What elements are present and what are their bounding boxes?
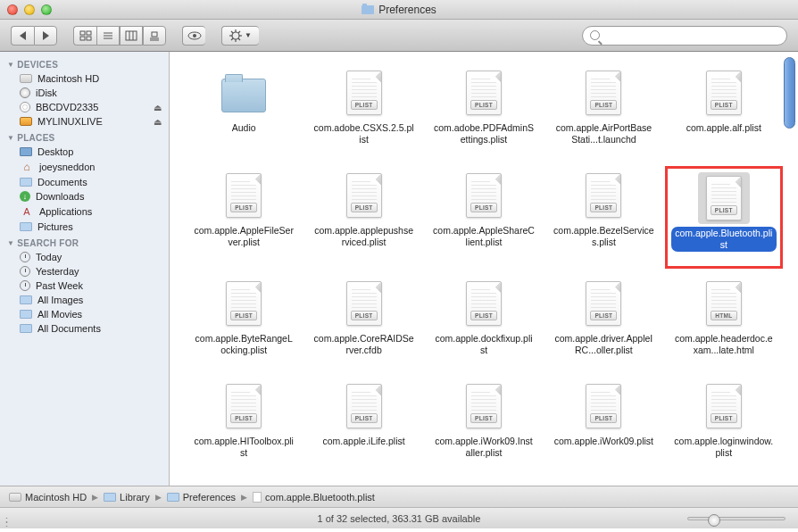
sidebar-item[interactable]: Past Week — [0, 278, 169, 293]
file-label: com.apple.iLife.plist — [319, 435, 408, 448]
file-item[interactable]: PLISTcom.apple.iWork09.plist — [545, 378, 661, 473]
file-item[interactable]: HTMLcom.apple.headerdoc.exam...late.html — [666, 275, 782, 370]
file-icon-wrap: PLIST — [578, 170, 629, 221]
sidebar-item-label: Downloads — [36, 191, 84, 202]
document-icon: PLIST — [466, 173, 502, 218]
file-item[interactable]: PLISTcom.adobe.CSXS.2.5.plist — [305, 64, 421, 160]
file-label: com.apple.Bluetooth.plist — [671, 227, 777, 252]
file-icon-wrap: PLIST — [698, 67, 750, 119]
action-button[interactable]: ▼ — [221, 26, 259, 46]
path-item[interactable]: Preferences — [167, 492, 236, 503]
file-item[interactable]: PLISTcom.apple.dockfixup.plist — [426, 275, 542, 370]
sidebar-item[interactable]: Desktop — [0, 145, 169, 159]
sidebar-item[interactable]: ↓Downloads — [0, 189, 169, 204]
sidebar-item[interactable]: ⌂joeysneddon — [0, 159, 169, 175]
file-item[interactable]: PLISTcom.apple.AppleFileServer.plist — [186, 167, 302, 268]
file-item[interactable]: PLISTcom.apple.BezelServices.plist — [545, 167, 661, 268]
chevron-left-icon — [20, 31, 26, 40]
sidebar-item-label: Applications — [39, 206, 92, 217]
vertical-scrollbar[interactable] — [784, 57, 795, 129]
sidebar-header[interactable]: ▼PLACES — [0, 129, 169, 145]
sidebar-item[interactable]: Yesterday — [0, 264, 169, 278]
img-icon — [20, 310, 32, 319]
titlebar: Preferences — [0, 0, 798, 20]
file-item[interactable]: PLISTcom.apple.loginwindow.plist — [666, 378, 782, 473]
file-item[interactable]: Audio — [186, 64, 302, 160]
sidebar-item[interactable]: AApplications — [0, 204, 169, 220]
window-title: Preferences — [0, 4, 798, 16]
eject-icon[interactable]: ⏏ — [154, 103, 162, 112]
path-bar[interactable]: Macintosh HD▶Library▶Preferences▶com.app… — [0, 486, 798, 507]
sidebar-item[interactable]: iDisk — [0, 86, 169, 100]
sidebar-item[interactable]: Pictures — [0, 220, 169, 234]
file-label: com.apple.AppleShareClient.plist — [429, 224, 538, 249]
drive-icon — [9, 493, 21, 502]
sidebar-item[interactable]: BBCDVD2335⏏ — [0, 100, 169, 114]
sidebar-item[interactable]: All Images — [0, 293, 169, 307]
icon-size-slider[interactable] — [687, 517, 786, 520]
window-title-text: Preferences — [378, 4, 436, 16]
file-icon-wrap: PLIST — [338, 380, 390, 432]
toolbar: ▼ — [0, 20, 798, 52]
path-item[interactable]: Library — [104, 492, 150, 503]
sidebar-item[interactable]: All Movies — [0, 307, 169, 321]
chevron-right-icon: ▶ — [155, 493, 162, 502]
sidebar-item-label: iDisk — [36, 87, 57, 98]
file-item[interactable]: PLISTcom.apple.applepushserviced.plist — [305, 167, 421, 268]
file-item[interactable]: PLISTcom.apple.HIToolbox.plist — [186, 378, 302, 473]
files-grid: AudioPLISTcom.adobe.CSXS.2.5.plistPLISTc… — [170, 52, 798, 486]
path-item[interactable]: Macintosh HD — [9, 492, 87, 503]
content-pane[interactable]: AudioPLISTcom.adobe.CSXS.2.5.plistPLISTc… — [170, 52, 798, 486]
view-columns-button[interactable] — [120, 26, 143, 46]
fold-icon — [104, 493, 116, 502]
forward-button[interactable] — [34, 26, 57, 46]
sidebar-item[interactable]: Documents — [0, 175, 169, 189]
eject-icon[interactable]: ⏏ — [154, 117, 162, 127]
svg-line-20 — [231, 31, 233, 33]
file-item[interactable]: PLISTcom.apple.Bluetooth.plist — [666, 167, 782, 268]
search-input[interactable] — [604, 30, 779, 41]
sidebar-header[interactable]: ▼DEVICES — [0, 55, 169, 71]
sidebar-header[interactable]: ▼SEARCH FOR — [0, 234, 169, 250]
view-list-button[interactable] — [96, 26, 120, 46]
path-item[interactable]: com.apple.Bluetooth.plist — [253, 492, 375, 503]
view-coverflow-button[interactable] — [143, 26, 166, 46]
view-icons-button[interactable] — [73, 26, 96, 46]
file-item[interactable]: PLISTcom.apple.iWork09.Installer.plist — [426, 378, 542, 473]
sidebar-item-label: MYLINUXLIVE — [37, 116, 103, 127]
back-button[interactable] — [11, 26, 34, 46]
search-field[interactable] — [582, 26, 787, 46]
file-item[interactable]: PLISTcom.apple.iLife.plist — [305, 378, 421, 473]
file-label: com.apple.HIToolbox.plist — [189, 435, 298, 460]
file-item[interactable]: PLISTcom.apple.CoreRAIDServer.cfdb — [305, 275, 421, 370]
file-icon-wrap: PLIST — [578, 380, 629, 432]
document-icon: PLIST — [226, 173, 262, 218]
file-icon-wrap: PLIST — [338, 67, 390, 119]
main-area: ▼DEVICESMacintosh HDiDiskBBCDVD2335⏏MYLI… — [0, 52, 798, 486]
document-icon: PLIST — [346, 71, 382, 115]
sidebar-item[interactable]: MYLINUXLIVE⏏ — [0, 114, 169, 129]
file-label: com.apple.CoreRAIDServer.cfdb — [310, 332, 419, 357]
home-icon: ⌂ — [20, 161, 34, 173]
file-item[interactable]: PLISTcom.apple.driver.AppleIRC...oller.p… — [545, 275, 661, 370]
chevron-right-icon — [43, 31, 49, 40]
file-item[interactable]: PLISTcom.adobe.PDFAdminSettings.plist — [426, 64, 542, 160]
file-label: com.adobe.PDFAdminSettings.plist — [429, 121, 538, 146]
file-item[interactable]: PLISTcom.apple.AppleShareClient.plist — [426, 167, 542, 268]
document-icon: PLIST — [586, 173, 621, 218]
folder-icon — [20, 222, 32, 231]
sidebar-item[interactable]: All Documents — [0, 321, 169, 336]
desk-icon — [20, 147, 32, 156]
sidebar[interactable]: ▼DEVICESMacintosh HDiDiskBBCDVD2335⏏MYLI… — [0, 52, 170, 486]
file-item[interactable]: PLISTcom.apple.ByteRangeLocking.plist — [186, 275, 302, 370]
file-item[interactable]: PLISTcom.apple.AirPortBaseStati...t.laun… — [545, 64, 661, 160]
file-icon-wrap: PLIST — [458, 380, 510, 432]
document-icon: PLIST — [466, 384, 502, 428]
sidebar-item[interactable]: Today — [0, 250, 169, 264]
resize-handle[interactable]: :::: — [5, 518, 6, 527]
sidebar-item[interactable]: Macintosh HD — [0, 71, 169, 86]
document-icon: PLIST — [226, 281, 262, 326]
quicklook-button[interactable] — [182, 26, 205, 46]
file-item[interactable]: PLISTcom.apple.alf.plist — [666, 64, 782, 160]
document-icon: HTML — [706, 281, 742, 326]
